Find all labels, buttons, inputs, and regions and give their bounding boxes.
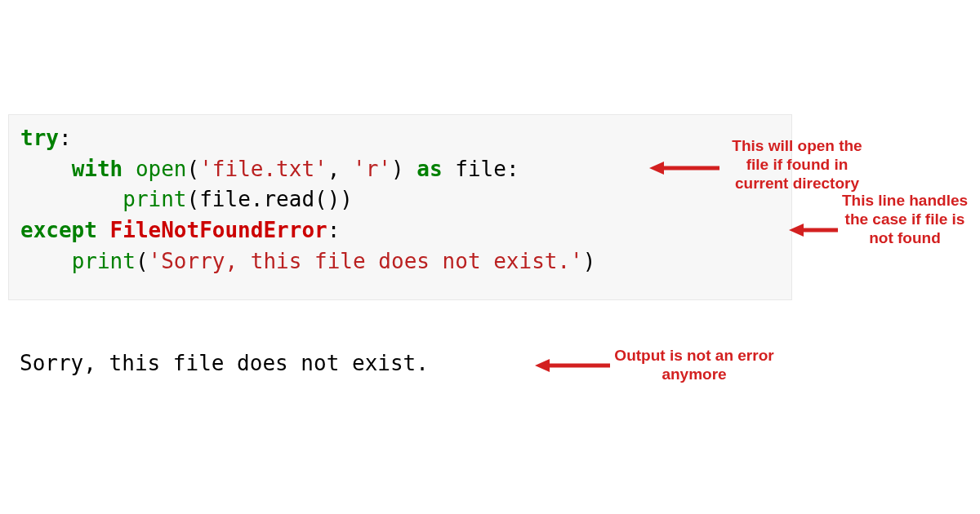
code-close-paren-2: ) (340, 187, 353, 211)
code-kw-with: with (72, 157, 123, 181)
code-kw-try: try (20, 126, 59, 150)
arrow-icon (535, 357, 610, 374)
arrow-icon (649, 160, 719, 176)
code-colon-3: : (327, 218, 341, 242)
output-text: Sorry, this file does not exist. (20, 351, 429, 375)
code-comma: , (327, 157, 353, 181)
code-id-file: file (455, 157, 506, 181)
code-block: try: with open('file.txt', 'r') as file:… (8, 114, 792, 300)
svg-marker-3 (789, 224, 804, 237)
code-str-file: 'file.txt' (199, 157, 327, 181)
code-str-errmsg: 'Sorry, this file does not exist.' (149, 249, 583, 273)
code-str-mode: 'r' (353, 157, 391, 181)
arrow-icon (789, 222, 838, 238)
code-kw-as: as (416, 157, 442, 181)
code-close-paren-1: ) (391, 157, 404, 181)
code-fn-print-2: print (72, 249, 136, 273)
code-open-paren-3: ( (136, 249, 149, 273)
code-fn-print-1: print (122, 187, 186, 211)
code-kw-except: except (20, 218, 97, 242)
annotation-except-handler: This line handles the case if file is no… (840, 192, 970, 247)
svg-marker-1 (649, 162, 664, 175)
code-open-paren-1: ( (187, 157, 200, 181)
code-close-paren-3: ) (583, 249, 596, 273)
svg-marker-5 (535, 359, 550, 372)
code-open-paren-2: ( (187, 187, 200, 211)
code-colon-2: : (506, 157, 519, 181)
code-fn-open: open (136, 157, 187, 181)
annotation-output: Output is not an error anymore (612, 347, 776, 384)
annotation-open-file: This will open the file if found in curr… (724, 137, 871, 193)
code-colon-1: : (59, 126, 72, 150)
code-error-class: FileNotFoundError (110, 218, 327, 242)
code-file-read: file.read() (199, 187, 340, 211)
